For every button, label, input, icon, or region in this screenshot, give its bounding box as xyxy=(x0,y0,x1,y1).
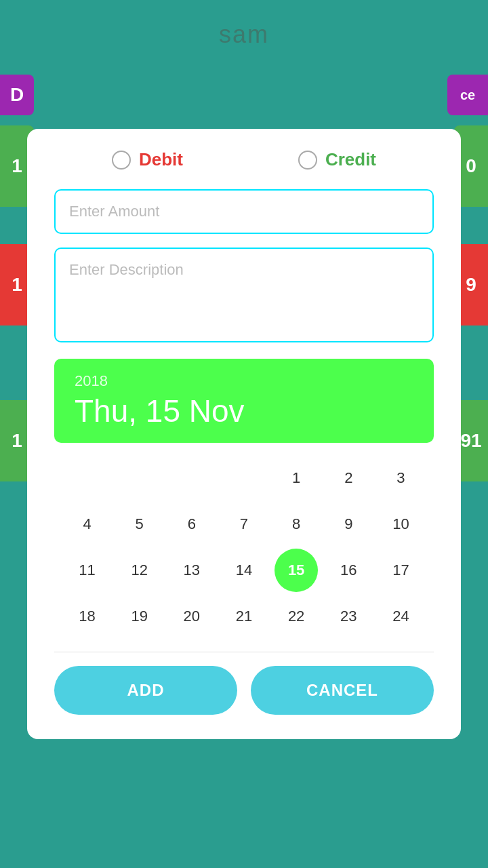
cal-day[interactable]: 2 xyxy=(327,456,370,500)
cal-day[interactable]: 9 xyxy=(327,502,370,546)
cal-week-1: 1 2 3 xyxy=(61,456,427,500)
calendar-grid: 1 2 3 4 5 6 7 8 9 10 11 12 13 14 15 16 xyxy=(54,456,434,638)
cal-day xyxy=(118,456,161,500)
calendar-date: Thu, 15 Nov xyxy=(75,393,413,429)
debit-option[interactable]: Debit xyxy=(112,149,183,170)
cal-day[interactable]: 24 xyxy=(379,595,422,638)
cal-day xyxy=(222,456,266,500)
description-input[interactable] xyxy=(54,248,434,342)
amount-input[interactable] xyxy=(54,189,434,234)
calendar-header: 2018 Thu, 15 Nov xyxy=(54,359,434,443)
cal-week-2: 4 5 6 7 8 9 10 xyxy=(61,502,427,546)
cal-day[interactable]: 6 xyxy=(170,502,214,546)
cancel-button[interactable]: CANCEL xyxy=(251,666,434,715)
calendar-divider xyxy=(54,652,434,652)
cal-day[interactable]: 19 xyxy=(118,595,161,638)
radio-row: Debit Credit xyxy=(54,149,434,170)
credit-label: Credit xyxy=(325,149,376,170)
cal-week-3: 11 12 13 14 15 16 17 xyxy=(61,549,427,592)
debit-label: Debit xyxy=(139,149,183,170)
cal-day[interactable]: 10 xyxy=(379,502,422,546)
cal-day[interactable]: 21 xyxy=(222,595,266,638)
cal-day[interactable]: 1 xyxy=(274,456,318,500)
cal-day-selected[interactable]: 15 xyxy=(274,549,318,592)
debit-radio[interactable] xyxy=(112,151,131,170)
cal-day xyxy=(66,456,109,500)
cal-day[interactable]: 8 xyxy=(274,502,318,546)
cal-day[interactable]: 7 xyxy=(222,502,266,546)
add-button[interactable]: ADD xyxy=(54,666,237,715)
cal-day[interactable]: 17 xyxy=(379,549,422,592)
cal-day[interactable]: 5 xyxy=(118,502,161,546)
cal-day[interactable]: 12 xyxy=(118,549,161,592)
cal-day[interactable]: 14 xyxy=(222,549,266,592)
button-row: ADD CANCEL xyxy=(54,666,434,715)
cal-day[interactable]: 11 xyxy=(66,549,109,592)
cal-day xyxy=(170,456,214,500)
calendar-year: 2018 xyxy=(75,372,413,390)
cal-day[interactable]: 22 xyxy=(274,595,318,638)
cal-day[interactable]: 3 xyxy=(379,456,422,500)
cal-day[interactable]: 13 xyxy=(170,549,214,592)
cal-week-4: 18 19 20 21 22 23 24 xyxy=(61,595,427,638)
cal-day[interactable]: 23 xyxy=(327,595,370,638)
cal-day[interactable]: 20 xyxy=(170,595,214,638)
credit-radio[interactable] xyxy=(298,151,317,170)
modal: Debit Credit 2018 Thu, 15 Nov 1 xyxy=(27,129,461,739)
cal-day[interactable]: 18 xyxy=(66,595,109,638)
modal-backdrop: Debit Credit 2018 Thu, 15 Nov 1 xyxy=(0,0,488,868)
credit-option[interactable]: Credit xyxy=(298,149,376,170)
cal-day[interactable]: 4 xyxy=(66,502,109,546)
cal-day[interactable]: 16 xyxy=(327,549,370,592)
